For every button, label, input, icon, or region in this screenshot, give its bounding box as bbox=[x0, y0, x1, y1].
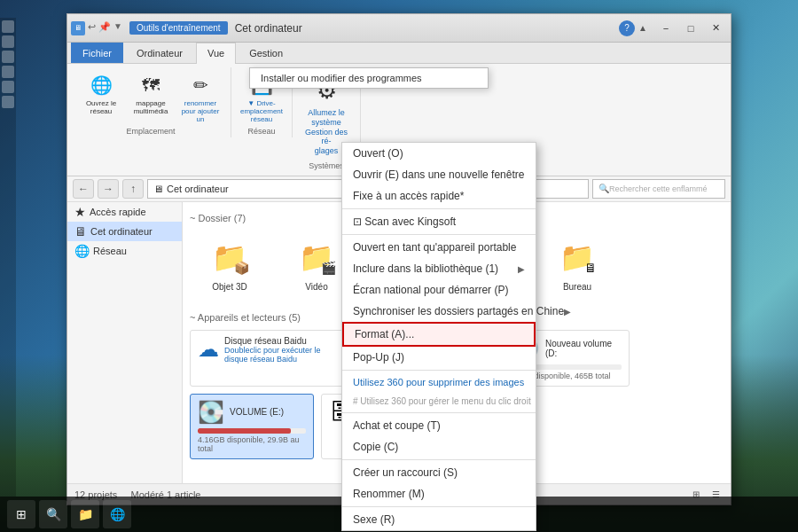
ctx-item-library[interactable]: Inclure dans la bibliothèque (1) ▶ bbox=[342, 258, 536, 279]
ctx-item-pin[interactable]: Fixe à un accès rapide* bbox=[342, 185, 536, 207]
nav-item-network[interactable]: 🌐 Réseau bbox=[67, 241, 182, 261]
ribbon-item-reseau[interactable]: 🌐 Ouvrez le réseau bbox=[78, 69, 124, 125]
folder-bureau-label: Bureau bbox=[563, 282, 591, 293]
ribbon-items-emplacement: 🌐 Ouvrez le réseau 🗺 mappage multimédia … bbox=[78, 69, 223, 125]
ctx-label-pin: Fixe à un accès rapide* bbox=[353, 190, 464, 202]
ribbon-item-mappage[interactable]: 🗺 mappage multimédia bbox=[128, 69, 174, 125]
ctx-sep-3 bbox=[342, 370, 536, 371]
tab-vue[interactable]: Vue bbox=[196, 43, 236, 64]
quick-access-icon: ↩ bbox=[88, 21, 96, 35]
tab-gestion[interactable]: Gestion bbox=[238, 43, 294, 63]
taskbar-browser[interactable]: 🌐 bbox=[103, 500, 131, 528]
minimize-button[interactable]: − bbox=[654, 20, 677, 37]
ctx-item-use360[interactable]: Utilisez 360 pour supprimer des images bbox=[342, 372, 536, 392]
nav-panel: ★ Accès rapide 🖥 Cet ordinateur 🌐 Réseau bbox=[67, 202, 183, 483]
dd-item-install[interactable]: Installer ou modifier des programmes bbox=[250, 68, 488, 88]
ctx-item-buy-cut[interactable]: Achat et coupe (T) bbox=[342, 415, 536, 436]
ctx-label-open: Ouvert (O) bbox=[353, 147, 403, 160]
window-controls: − □ ✕ bbox=[654, 20, 727, 37]
nav-item-computer[interactable]: 🖥 Cet ordinateur bbox=[67, 222, 182, 241]
ctx-item-startup[interactable]: Écran national pour démarrer (P) bbox=[342, 279, 536, 301]
ctx-label-portable: Ouvert en tant qu'appareil portable bbox=[353, 241, 516, 254]
address-icon: 🖥 bbox=[153, 184, 163, 194]
ctx-item-popup[interactable]: Pop-Up (J) bbox=[342, 347, 536, 368]
drive-e-header: 💽 VOLUME (E:) bbox=[198, 400, 306, 425]
ribbon-label-reseau: Ouvrez le réseau bbox=[80, 99, 122, 115]
ctx-label-copy: Copie (C) bbox=[353, 441, 398, 453]
ribbon-tabs: Fichier Ordinateur Vue Gestion bbox=[67, 43, 731, 64]
ctx-item-sex[interactable]: Sexe (R) bbox=[342, 509, 536, 530]
ctx-label-format: Format (A)... bbox=[355, 328, 414, 340]
nav-label: Réseau bbox=[93, 246, 127, 256]
ctx-item-shortcut[interactable]: Créer un raccourci (S) bbox=[342, 462, 536, 483]
folder-3d-label: Objet 3D bbox=[212, 282, 246, 293]
drive-item-baidu[interactable]: ☁ Disque réseau Baidu Doubleclic pour ex… bbox=[190, 330, 349, 387]
ctx-item-copy[interactable]: Copie (C) bbox=[342, 436, 536, 458]
nav-item-quickaccess[interactable]: ★ Accès rapide bbox=[67, 202, 182, 222]
drive-e-name: VOLUME (E:) bbox=[230, 407, 284, 417]
sidebar-icon bbox=[2, 66, 14, 78]
ctx-label-sync: Synchroniser les dossiers partagés en Ch… bbox=[353, 305, 564, 317]
maximize-button[interactable]: □ bbox=[679, 20, 702, 37]
dropdown-overlay: Installer ou modifier des programmes bbox=[249, 67, 489, 89]
drive-d-name: Nouveau volume (D: bbox=[545, 339, 622, 358]
ctx-item-scan[interactable]: ⊡ Scan avec Kingsoft bbox=[342, 211, 536, 232]
search-bar[interactable]: 🔍 Rechercher cette enflammé bbox=[592, 179, 725, 199]
help-icon[interactable]: ? bbox=[619, 20, 635, 36]
up-button[interactable]: ↑ bbox=[122, 179, 144, 199]
ctx-item-open[interactable]: Ouvert (O) bbox=[342, 143, 536, 164]
title-bar: 🖥 ↩ 📌 ▼ Outils d'entraînement Cet ordina… bbox=[67, 14, 731, 43]
close-button[interactable]: ✕ bbox=[704, 20, 727, 37]
sidebar-icon bbox=[2, 20, 14, 33]
folder-bureau-icon: 📁 🖥 bbox=[556, 236, 598, 278]
baidu-name: Disque réseau Baidu bbox=[224, 336, 341, 346]
collapse-icon[interactable]: ▲ bbox=[638, 23, 647, 33]
ctx-label-sex: Sexe (R) bbox=[353, 513, 395, 526]
ctx-item-format[interactable]: Format (A)... bbox=[342, 322, 536, 347]
taskbar-search[interactable]: 🔍 bbox=[39, 500, 67, 528]
ctx-label-open-new: Ouvrir (E) dans une nouvelle fenêtre bbox=[353, 168, 524, 181]
tab-ordinateur[interactable]: Ordinateur bbox=[125, 43, 194, 63]
ctx-label-buy-cut: Achat et coupe (T) bbox=[353, 419, 441, 432]
ribbon-item-rename[interactable]: ✏ renommer pour ajouter un bbox=[177, 69, 223, 125]
ctx-label-startup: Écran national pour démarrer (P) bbox=[353, 284, 508, 296]
ctx-label-shortcut: Créer un raccourci (S) bbox=[353, 466, 458, 479]
ctx-sep-2 bbox=[342, 234, 536, 235]
down-arrow-icon: ▼ bbox=[113, 21, 122, 35]
taskbar-explorer[interactable]: 📁 bbox=[71, 500, 99, 528]
baidu-icon: ☁ bbox=[198, 337, 219, 362]
ctx-item-open-new[interactable]: Ouvrir (E) dans une nouvelle fenêtre bbox=[342, 164, 536, 185]
tab-fichier[interactable]: Fichier bbox=[71, 43, 123, 63]
address-text: Cet ordinateur bbox=[167, 184, 229, 194]
nav-label: Accès rapide bbox=[90, 207, 146, 217]
ctx-item-rename[interactable]: Renommer (M) bbox=[342, 483, 536, 505]
start-button[interactable]: ⊞ bbox=[7, 500, 35, 528]
folder-item-bureau[interactable]: 📁 🖥 Bureau bbox=[537, 231, 617, 298]
drive-e-info: 4.16GB disponible, 29.9B au total bbox=[198, 435, 306, 453]
sidebar-icon bbox=[2, 35, 14, 48]
ctx-arrow-library: ▶ bbox=[518, 264, 525, 274]
reseau-label: Réseau bbox=[239, 127, 285, 136]
computer-icon: 🖥 bbox=[74, 224, 87, 239]
map-icon: 🗺 bbox=[137, 71, 165, 99]
nav-label: Cet ordinateur bbox=[90, 226, 153, 237]
network-icon: 🌐 bbox=[87, 71, 115, 99]
search-icon: 🔍 bbox=[598, 184, 609, 193]
ctx-item-sync[interactable]: Synchroniser les dossiers partagés en Ch… bbox=[342, 301, 536, 322]
disk-e-icon: 💽 bbox=[198, 400, 224, 425]
ribbon-label-mappage: mappage multimédia bbox=[129, 99, 172, 115]
ctx-label-use360: Utilisez 360 pour supprimer des images bbox=[353, 377, 524, 387]
context-menu: Ouvert (O) Ouvrir (E) dans une nouvelle … bbox=[341, 142, 536, 531]
ctx-item-portable[interactable]: Ouvert en tant qu'appareil portable bbox=[342, 237, 536, 258]
ctx-label-rename: Renommer (M) bbox=[353, 488, 425, 500]
ctx-label-library: Inclure dans la bibliothèque (1) bbox=[353, 262, 498, 275]
pin-icon: 📌 bbox=[98, 21, 111, 35]
sidebar-icon bbox=[2, 96, 14, 108]
back-button[interactable]: ← bbox=[73, 179, 94, 199]
folder-item-3d[interactable]: 📁 📦 Objet 3D bbox=[190, 231, 270, 298]
forward-button[interactable]: → bbox=[98, 179, 119, 199]
drive-item-e[interactable]: 💽 VOLUME (E:) 4.16GB disponible, 29.9B a… bbox=[190, 394, 314, 459]
ctx-sep-4 bbox=[342, 412, 536, 413]
network-icon: 🌐 bbox=[74, 244, 90, 258]
ribbon-group-emplacement: 🌐 Ouvrez le réseau 🗺 mappage multimédia … bbox=[74, 67, 231, 137]
